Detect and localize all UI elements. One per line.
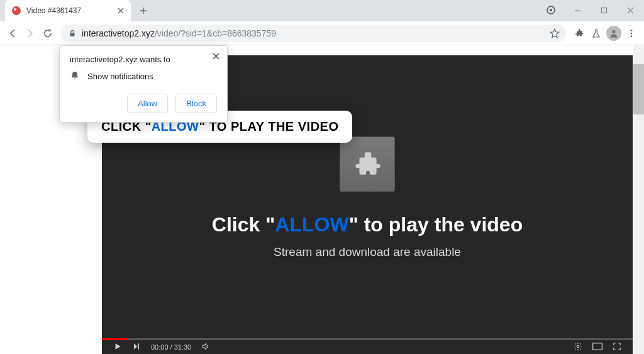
new-tab-button[interactable] — [135, 2, 152, 19]
tab-strip: Video #4361437 — [0, 0, 644, 21]
svg-point-1 — [14, 8, 16, 11]
labs-icon[interactable] — [587, 25, 605, 42]
tab-favicon-icon — [11, 6, 21, 16]
permission-item-label: Show notifications — [87, 72, 153, 81]
svg-point-9 — [631, 35, 633, 37]
svg-point-7 — [631, 30, 633, 31]
permission-title: interactivetop2.xyz wants to — [70, 55, 217, 64]
window-close-button[interactable] — [619, 3, 641, 18]
reload-button[interactable] — [39, 25, 57, 42]
vertical-scrollbar[interactable] — [633, 45, 644, 354]
sub-message: Stream and download are available — [274, 245, 461, 259]
settings-button[interactable] — [574, 342, 582, 352]
svg-point-10 — [577, 345, 579, 348]
volume-button[interactable] — [201, 342, 210, 352]
svg-point-3 — [550, 9, 552, 11]
main-message: Click "ALLOW" to play the video — [212, 213, 523, 236]
svg-rect-11 — [593, 343, 602, 350]
notification-bell-icon — [70, 70, 80, 82]
extensions-icon[interactable] — [570, 25, 587, 42]
fullscreen-button[interactable] — [613, 342, 621, 352]
svg-rect-4 — [601, 8, 606, 13]
scroll-thumb[interactable] — [633, 64, 644, 114]
block-button[interactable]: Block — [175, 94, 217, 113]
menu-button[interactable] — [623, 25, 640, 42]
player-controls: 00:00 / 31:30 — [102, 340, 633, 354]
theater-button[interactable] — [592, 343, 602, 351]
play-button[interactable] — [113, 342, 122, 352]
tab-title: Video #4361437 — [26, 6, 116, 15]
svg-rect-5 — [70, 33, 75, 36]
window-maximize-button[interactable] — [592, 3, 615, 18]
allow-button[interactable]: Allow — [127, 94, 168, 113]
forward-button[interactable] — [21, 25, 39, 42]
permission-item: Show notifications — [70, 70, 217, 82]
svg-point-6 — [612, 30, 615, 33]
toolbar: interactivetop2.xyz/video/?sid=1&cb=8663… — [0, 21, 644, 45]
svg-point-0 — [12, 6, 21, 15]
url-text: interactivetop2.xyz/video/?sid=1&cb=8663… — [82, 28, 546, 38]
incognito-indicator-icon — [540, 3, 562, 18]
plugin-puzzle-icon — [340, 136, 395, 192]
window-minimize-button[interactable] — [566, 3, 589, 18]
bookmark-star-icon[interactable] — [546, 25, 564, 42]
permission-popup: interactivetop2.xyz wants to Show notifi… — [59, 45, 228, 123]
permission-close-button[interactable] — [209, 50, 222, 62]
site-info-icon[interactable] — [67, 28, 78, 39]
browser-tab[interactable]: Video #4361437 — [5, 0, 131, 21]
address-bar[interactable]: interactivetop2.xyz/video/?sid=1&cb=8663… — [60, 25, 566, 42]
back-button[interactable] — [4, 25, 21, 42]
time-display: 00:00 / 31:30 — [151, 343, 191, 351]
next-button[interactable] — [132, 342, 141, 352]
tab-close-button[interactable] — [116, 6, 126, 16]
profile-avatar[interactable] — [605, 25, 623, 42]
svg-point-8 — [631, 32, 633, 34]
